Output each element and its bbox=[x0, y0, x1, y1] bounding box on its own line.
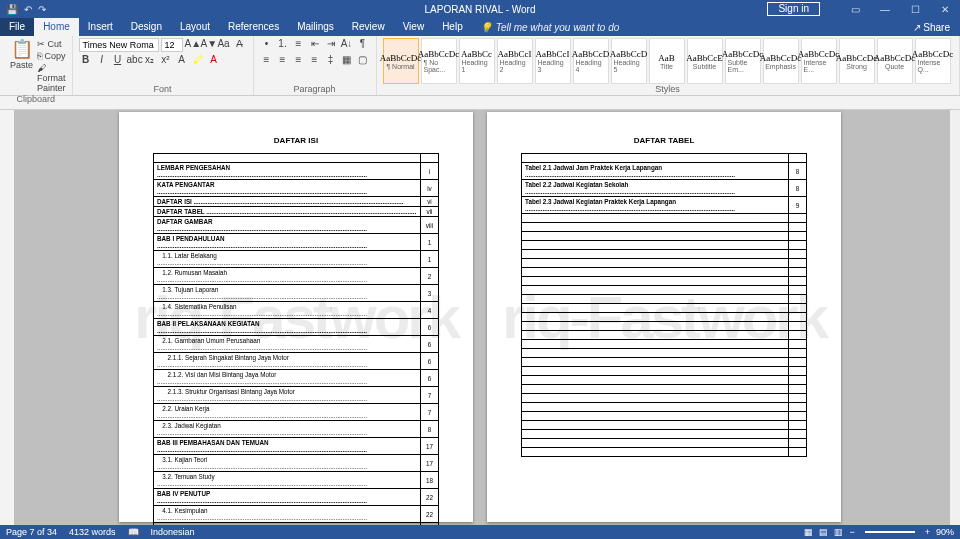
table-row[interactable]: 2.1.3. Struktur Organisasi Bintang Jaya … bbox=[154, 387, 439, 404]
share-button[interactable]: ↗ Share bbox=[903, 22, 960, 33]
table-row[interactable]: BAB IV PENUTUP .........................… bbox=[154, 489, 439, 506]
table-row[interactable]: 2.1.1. Sejarah Singakat Bintang Jaya Mot… bbox=[154, 353, 439, 370]
table-row[interactable] bbox=[522, 421, 807, 430]
vertical-ruler[interactable] bbox=[0, 110, 14, 525]
style-title[interactable]: AaBTitle bbox=[649, 38, 685, 84]
tab-help[interactable]: Help bbox=[433, 18, 472, 36]
table-row[interactable] bbox=[522, 403, 807, 412]
redo-icon[interactable]: ↷ bbox=[38, 4, 46, 15]
table-row[interactable]: 2.1.2. Visi dan Misi Bintang Jaya Motor … bbox=[154, 370, 439, 387]
style-heading-5[interactable]: AaBbCcDHeading 5 bbox=[611, 38, 647, 84]
tab-file[interactable]: File bbox=[0, 18, 34, 36]
style--no-spac-[interactable]: AaBbCcDc¶ No Spac... bbox=[421, 38, 457, 84]
table-row[interactable]: 4.2. Saran .............................… bbox=[154, 523, 439, 526]
table-row[interactable]: 3.2. Temuan Study ......................… bbox=[154, 472, 439, 489]
vertical-scrollbar[interactable] bbox=[950, 110, 960, 525]
table-row[interactable] bbox=[522, 358, 807, 367]
tab-mailings[interactable]: Mailings bbox=[288, 18, 343, 36]
page-indicator[interactable]: Page 7 of 34 bbox=[6, 527, 57, 537]
tab-home[interactable]: Home bbox=[34, 18, 79, 36]
subscript-icon[interactable]: x₂ bbox=[143, 54, 157, 68]
shading-icon[interactable]: ▦ bbox=[340, 54, 354, 68]
read-mode-icon[interactable]: ▦ bbox=[804, 527, 813, 537]
table-row[interactable]: 1.1. Latar Belakang ....................… bbox=[154, 251, 439, 268]
highlight-icon[interactable]: 🖍 bbox=[191, 54, 205, 68]
zoom-in-icon[interactable]: + bbox=[925, 527, 930, 537]
table-row[interactable]: 2.3. Jadwal Kegiatan ...................… bbox=[154, 421, 439, 438]
font-name-combo[interactable]: Times New Roma bbox=[79, 38, 159, 52]
table-row[interactable]: DAFTAR TABEL ...........................… bbox=[154, 207, 439, 217]
table-row[interactable] bbox=[522, 385, 807, 394]
table-row[interactable] bbox=[522, 394, 807, 403]
table-row[interactable]: BAB I PENDAHULUAN ......................… bbox=[154, 234, 439, 251]
table-row[interactable] bbox=[522, 241, 807, 250]
grow-font-icon[interactable]: A▲ bbox=[185, 38, 199, 52]
style-intense-q-[interactable]: AaBbCcDcIntense Q... bbox=[915, 38, 951, 84]
italic-icon[interactable]: I bbox=[95, 54, 109, 68]
tell-me[interactable]: 💡Tell me what you want to do bbox=[480, 22, 620, 33]
format-painter-button[interactable]: 🖌 Format Painter bbox=[37, 62, 66, 94]
style-heading-2[interactable]: AaBbCcIHeading 2 bbox=[497, 38, 533, 84]
table-row[interactable]: 3.1. Kajian Teori ......................… bbox=[154, 455, 439, 472]
style-heading-4[interactable]: AaBbCcDHeading 4 bbox=[573, 38, 609, 84]
table-row[interactable]: Tabel 2.1 Jadwal Jam Praktek Kerja Lapan… bbox=[522, 163, 807, 180]
bold-icon[interactable]: B bbox=[79, 54, 93, 68]
paste-button[interactable]: 📋Paste bbox=[6, 38, 37, 94]
table-row[interactable] bbox=[522, 376, 807, 385]
inc-indent-icon[interactable]: ⇥ bbox=[324, 38, 338, 52]
table-row[interactable] bbox=[522, 154, 807, 163]
table-row[interactable]: KATA PENGANTAR .........................… bbox=[154, 180, 439, 197]
table-row[interactable] bbox=[522, 214, 807, 223]
close-icon[interactable]: ✕ bbox=[930, 4, 960, 15]
spell-check-icon[interactable]: 📖 bbox=[128, 527, 139, 537]
style-quote[interactable]: AaBbCcDcQuote bbox=[877, 38, 913, 84]
clear-format-icon[interactable]: A̶ bbox=[233, 38, 247, 52]
align-left-icon[interactable]: ≡ bbox=[260, 54, 274, 68]
table-row[interactable] bbox=[522, 250, 807, 259]
font-color-icon[interactable]: A bbox=[207, 54, 221, 68]
borders-icon[interactable]: ▢ bbox=[356, 54, 370, 68]
tab-design[interactable]: Design bbox=[122, 18, 171, 36]
style--normal[interactable]: AaBbCcDc¶ Normal bbox=[383, 38, 419, 84]
style-heading-1[interactable]: AaBbCcHeading 1 bbox=[459, 38, 495, 84]
style-heading-3[interactable]: AaBbCcIHeading 3 bbox=[535, 38, 571, 84]
style-subtitle[interactable]: AaBbCcESubtitle bbox=[687, 38, 723, 84]
word-count[interactable]: 4132 words bbox=[69, 527, 116, 537]
maximize-icon[interactable]: ☐ bbox=[900, 4, 930, 15]
bullets-icon[interactable]: • bbox=[260, 38, 274, 52]
strike-icon[interactable]: abc bbox=[127, 54, 141, 68]
table-row[interactable] bbox=[522, 259, 807, 268]
zoom-out-icon[interactable]: − bbox=[849, 527, 854, 537]
table-row[interactable]: Tabel 2.3 Jadwal Kegiatan Praktek Kerja … bbox=[522, 197, 807, 214]
line-spacing-icon[interactable]: ‡ bbox=[324, 54, 338, 68]
sort-icon[interactable]: A↓ bbox=[340, 38, 354, 52]
print-layout-icon[interactable]: ▤ bbox=[819, 527, 828, 537]
table-row[interactable]: DAFTAR ISI .............................… bbox=[154, 197, 439, 207]
multilevel-icon[interactable]: ≡ bbox=[292, 38, 306, 52]
change-case-icon[interactable]: Aa bbox=[217, 38, 231, 52]
tab-insert[interactable]: Insert bbox=[79, 18, 122, 36]
styles-gallery[interactable]: AaBbCcDc¶ NormalAaBbCcDc¶ No Spac...AaBb… bbox=[383, 38, 953, 84]
tab-review[interactable]: Review bbox=[343, 18, 394, 36]
table-row[interactable] bbox=[522, 448, 807, 457]
zoom-level[interactable]: 90% bbox=[936, 527, 954, 537]
text-effects-icon[interactable]: A bbox=[175, 54, 189, 68]
table-row[interactable] bbox=[522, 232, 807, 241]
font-size-combo[interactable]: 12 bbox=[161, 38, 183, 52]
table-row[interactable] bbox=[154, 154, 439, 163]
align-right-icon[interactable]: ≡ bbox=[292, 54, 306, 68]
table-row[interactable]: 4.1. Kesimpulan ........................… bbox=[154, 506, 439, 523]
superscript-icon[interactable]: x² bbox=[159, 54, 173, 68]
show-marks-icon[interactable]: ¶ bbox=[356, 38, 370, 52]
table-row[interactable] bbox=[522, 412, 807, 421]
align-center-icon[interactable]: ≡ bbox=[276, 54, 290, 68]
table-row[interactable]: 2.2. Uraian Kerja ......................… bbox=[154, 404, 439, 421]
ribbon-options-icon[interactable]: ▭ bbox=[840, 4, 870, 15]
sign-in-button[interactable]: Sign in bbox=[767, 2, 820, 16]
style-strong[interactable]: AaBbCcDcStrong bbox=[839, 38, 875, 84]
language[interactable]: Indonesian bbox=[151, 527, 195, 537]
undo-icon[interactable]: ↶ bbox=[24, 4, 32, 15]
table-row[interactable] bbox=[522, 430, 807, 439]
copy-button[interactable]: ⎘ Copy bbox=[37, 50, 66, 62]
minimize-icon[interactable]: — bbox=[870, 4, 900, 15]
